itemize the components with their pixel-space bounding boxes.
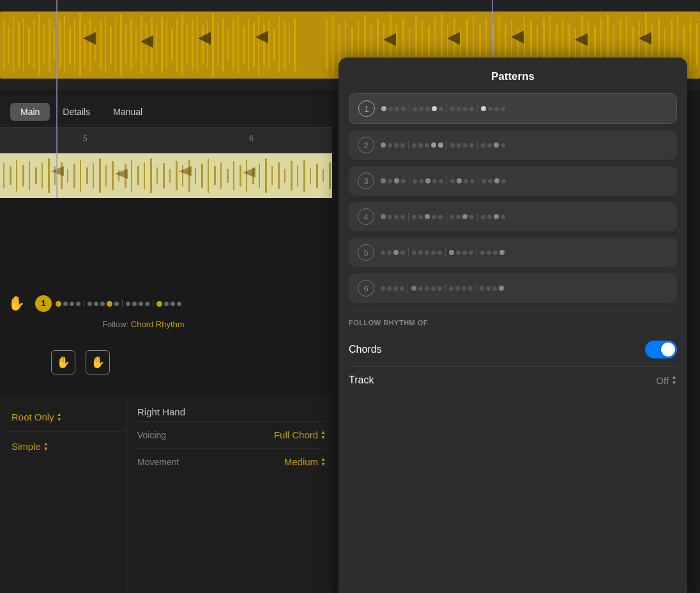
pattern-item-1[interactable]: 1 [349, 93, 677, 124]
root-only-value: Root Only ▲▼ [11, 412, 62, 422]
pattern-item-5[interactable]: 5 [349, 238, 677, 267]
svg-rect-146 [112, 161, 114, 190]
left-controls: Root Only ▲▼ Simple ▲▼ [6, 403, 125, 461]
tab-main[interactable]: Main [10, 103, 50, 121]
svg-rect-137 [54, 166, 56, 185]
svg-rect-129 [3, 163, 4, 189]
pattern-dots-main [56, 300, 323, 307]
svg-rect-164 [227, 169, 229, 183]
ruler-mark-6: 6 [249, 134, 254, 143]
pattern-item-2[interactable]: 2 [349, 130, 677, 160]
svg-rect-4 [13, 16, 14, 73]
svg-rect-50 [248, 18, 249, 72]
playhead-line [56, 0, 57, 198]
svg-rect-171 [271, 166, 273, 185]
svg-rect-42 [207, 20, 208, 69]
svg-rect-29 [141, 15, 142, 74]
svg-rect-117 [690, 18, 691, 72]
pattern-num-5: 5 [358, 244, 374, 261]
voicing-value: Full Chord ▲▼ [274, 429, 326, 440]
svg-rect-56 [278, 17, 280, 73]
svg-rect-46 [227, 28, 229, 61]
ruler-mark-5: 5 [83, 134, 88, 143]
controls-area: Root Only ▲▼ Simple ▲▼ Right Hand Voicin… [0, 396, 332, 593]
svg-rect-32 [156, 26, 157, 64]
svg-rect-39 [192, 19, 194, 70]
pattern-item-3[interactable]: 3 [349, 166, 677, 196]
svg-rect-61 [332, 14, 333, 75]
waveform2-area [0, 153, 332, 198]
svg-rect-12 [54, 29, 55, 61]
pattern-item-4[interactable]: 4 [349, 202, 677, 231]
svg-rect-52 [258, 14, 259, 75]
svg-rect-60 [326, 19, 328, 70]
svg-rect-11 [49, 18, 50, 72]
tab-manual[interactable]: Manual [103, 103, 153, 121]
track-row[interactable]: Track Off ▲▼ [349, 367, 677, 394]
svg-rect-7 [28, 27, 30, 64]
svg-rect-165 [233, 161, 234, 190]
simple-value: Simple ▲▼ [11, 441, 49, 452]
movement-row[interactable]: Movement Medium ▲▼ [137, 449, 326, 475]
hand-icon-sidebar: ✋ [3, 288, 29, 320]
svg-rect-38 [186, 24, 188, 65]
pattern-dots-1 [381, 105, 667, 112]
pattern-item-6[interactable]: 6 [349, 273, 677, 303]
waveform2-svg [0, 153, 332, 198]
svg-rect-144 [99, 158, 101, 193]
svg-rect-53 [263, 24, 265, 65]
hand-icon-1[interactable]: ✋ [51, 350, 75, 374]
track-value-group[interactable]: Off ▲▼ [656, 374, 677, 386]
svg-rect-180 [329, 162, 331, 189]
svg-rect-15 [69, 26, 71, 65]
pattern-num-1: 1 [358, 100, 375, 117]
svg-rect-175 [297, 165, 298, 187]
svg-rect-37 [181, 14, 183, 75]
chords-row[interactable]: Chords [349, 333, 677, 367]
svg-rect-23 [110, 26, 112, 64]
right-hand-label: Right Hand [137, 401, 326, 422]
svg-rect-73 [409, 29, 410, 61]
pattern-row-main[interactable]: 1 [35, 291, 323, 316]
svg-rect-179 [323, 169, 324, 182]
svg-rect-131 [16, 160, 17, 192]
svg-rect-118 [696, 23, 698, 66]
root-only-row[interactable]: Root Only ▲▼ [6, 403, 125, 432]
chords-toggle[interactable] [645, 341, 677, 358]
svg-rect-155 [169, 169, 171, 183]
svg-rect-169 [259, 164, 260, 188]
pattern-num-6: 6 [358, 280, 374, 296]
svg-rect-139 [67, 169, 68, 183]
patterns-panel: Patterns 1 2 [339, 58, 687, 593]
svg-rect-150 [137, 166, 139, 185]
svg-rect-2 [3, 19, 4, 70]
tab-details[interactable]: Details [52, 103, 100, 121]
svg-rect-64 [351, 28, 353, 61]
svg-rect-8 [33, 19, 34, 70]
svg-rect-24 [115, 18, 116, 72]
svg-rect-5 [18, 22, 20, 67]
svg-rect-81 [460, 28, 461, 61]
hand-icon-2[interactable]: ✋ [86, 350, 110, 374]
track-stepper[interactable]: ▲▼ [671, 374, 677, 386]
svg-rect-17 [79, 13, 81, 77]
svg-rect-157 [182, 165, 183, 187]
svg-rect-9 [38, 14, 40, 75]
simple-row[interactable]: Simple ▲▼ [6, 432, 125, 461]
svg-rect-10 [43, 24, 45, 65]
svg-rect-54 [268, 19, 270, 70]
voicing-row[interactable]: Voicing Full Chord ▲▼ [137, 422, 326, 449]
svg-rect-13 [59, 20, 61, 69]
svg-rect-160 [201, 164, 203, 188]
svg-rect-48 [238, 15, 239, 74]
svg-rect-59 [294, 18, 296, 72]
svg-rect-153 [156, 167, 158, 184]
divider-vertical [126, 396, 127, 593]
svg-rect-170 [265, 158, 267, 193]
svg-rect-33 [161, 17, 163, 73]
svg-rect-173 [284, 169, 285, 183]
movement-value: Medium ▲▼ [284, 456, 326, 467]
svg-rect-51 [253, 23, 255, 66]
svg-rect-136 [48, 158, 50, 193]
svg-rect-14 [64, 16, 65, 73]
